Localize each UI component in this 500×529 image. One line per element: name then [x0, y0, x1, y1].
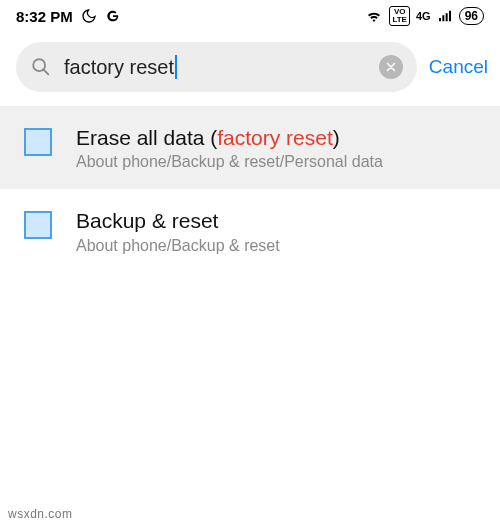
svg-line-1 — [44, 70, 49, 75]
status-time: 8:32 PM — [16, 8, 73, 25]
volte-badge: VO LTE — [389, 6, 410, 26]
search-field[interactable]: factory reset — [16, 42, 417, 92]
result-backup-reset[interactable]: Backup & reset About phone/Backup & rese… — [0, 189, 500, 272]
status-left: 8:32 PM — [16, 8, 121, 25]
close-icon — [385, 61, 397, 73]
result-text-block: Erase all data (factory reset) About pho… — [76, 124, 484, 171]
result-title: Backup & reset — [76, 207, 484, 234]
text-caret — [175, 55, 177, 79]
search-row: factory reset Cancel — [0, 32, 500, 106]
search-icon — [30, 56, 52, 78]
wifi-icon — [365, 7, 383, 25]
result-erase-all-data[interactable]: Erase all data (factory reset) About pho… — [0, 106, 500, 189]
clear-search-button[interactable] — [379, 55, 403, 79]
settings-tile-icon — [24, 211, 52, 239]
search-query-text: factory reset — [64, 56, 174, 79]
result-path: About phone/Backup & reset — [76, 237, 484, 255]
settings-tile-icon — [24, 128, 52, 156]
battery-indicator: 96 — [459, 7, 484, 25]
status-bar: 8:32 PM VO LTE 4G 96 — [0, 0, 500, 32]
result-title: Erase all data (factory reset) — [76, 124, 484, 151]
result-text-block: Backup & reset About phone/Backup & rese… — [76, 207, 484, 254]
search-results: Erase all data (factory reset) About pho… — [0, 106, 500, 273]
status-right: VO LTE 4G 96 — [365, 6, 484, 26]
signal-icon — [437, 8, 453, 24]
cancel-button[interactable]: Cancel — [429, 56, 488, 78]
result-path: About phone/Backup & reset/Personal data — [76, 153, 484, 171]
network-type: 4G — [416, 10, 431, 22]
watermark: wsxdn.com — [8, 507, 73, 521]
google-g-icon — [105, 8, 121, 24]
search-input[interactable]: factory reset — [64, 55, 367, 79]
dnd-moon-icon — [81, 8, 97, 24]
